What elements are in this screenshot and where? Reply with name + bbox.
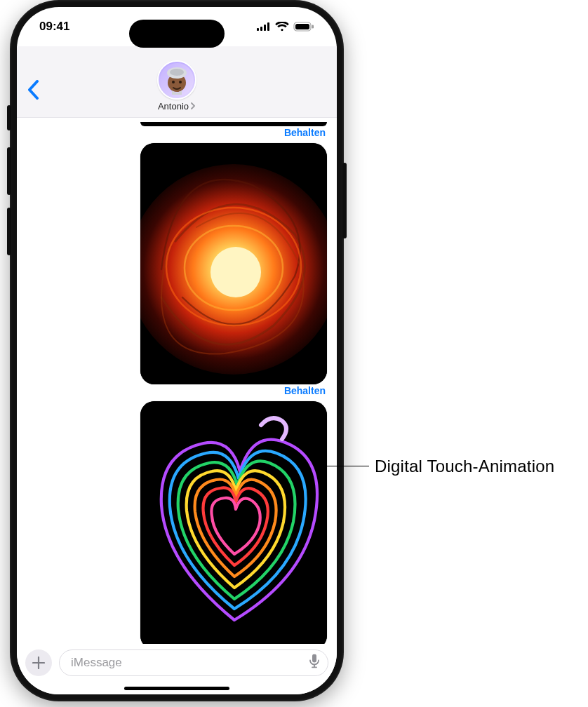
digital-touch-message[interactable] [140, 143, 327, 384]
heart-sketch-animation [140, 401, 327, 644]
svg-rect-2 [264, 25, 266, 31]
contact-name-button[interactable]: Antonio [158, 101, 196, 112]
chevron-right-icon [190, 102, 196, 112]
mute-switch [7, 105, 11, 130]
callout-label: Digital Touch-Animation [375, 457, 554, 476]
message-row: Behalten [27, 143, 327, 397]
volume-up-button [7, 147, 11, 195]
screen: 09:41 [17, 7, 337, 694]
message-row: Behalten [27, 401, 327, 644]
svg-rect-19 [312, 654, 316, 663]
keep-button[interactable]: Behalten [284, 127, 326, 138]
message-input[interactable]: iMessage [59, 649, 328, 676]
svg-rect-3 [267, 22, 269, 31]
home-indicator[interactable] [124, 687, 229, 690]
svg-point-12 [179, 81, 182, 83]
keep-button[interactable]: Behalten [284, 385, 326, 396]
cellular-icon [257, 22, 271, 31]
clock: 09:41 [39, 20, 69, 34]
plus-icon [32, 656, 45, 669]
battery-icon [293, 22, 314, 32]
back-button[interactable] [27, 80, 39, 103]
svg-point-17 [211, 247, 261, 297]
status-right [257, 22, 314, 32]
svg-rect-5 [295, 24, 309, 29]
contact-avatar[interactable] [157, 60, 196, 100]
app-header: Antonio [17, 46, 337, 118]
wifi-icon [275, 22, 289, 32]
iphone-frame: 09:41 [10, 0, 344, 701]
svg-point-10 [170, 69, 184, 76]
contact-name-label: Antonio [158, 101, 189, 112]
svg-point-11 [172, 81, 175, 83]
svg-rect-1 [260, 27, 262, 31]
svg-rect-0 [257, 28, 259, 31]
fireball-animation [140, 143, 327, 384]
message-row: Behalten [27, 122, 327, 139]
power-button [342, 163, 347, 238]
svg-rect-6 [312, 25, 314, 29]
add-button[interactable] [25, 649, 52, 676]
message-placeholder: iMessage [71, 656, 122, 670]
conversation[interactable]: Behalten [17, 118, 337, 644]
dictate-button[interactable] [309, 654, 319, 672]
callout-leader-line [317, 466, 369, 466]
volume-down-button [7, 208, 11, 255]
digital-touch-message[interactable] [140, 401, 327, 644]
dynamic-island [129, 20, 225, 48]
mic-icon [309, 654, 319, 668]
